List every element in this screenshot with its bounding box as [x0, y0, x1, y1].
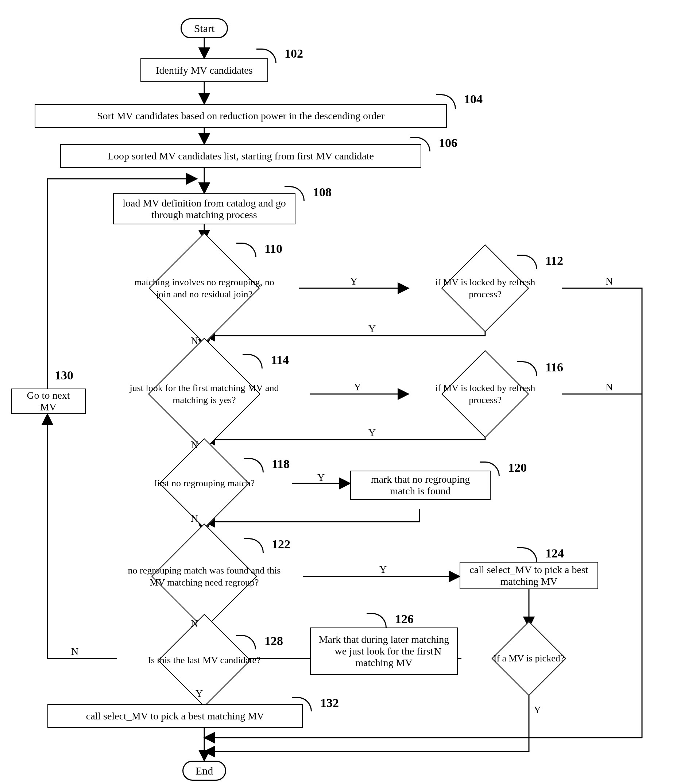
- node-106-label: Loop sorted MV candidates list, starting…: [107, 150, 374, 162]
- node-130: Go to next MV: [11, 389, 86, 414]
- edge-128-y: Y: [196, 688, 203, 699]
- node-124: call select_MV to pick a best matching M…: [460, 562, 598, 589]
- ref-114: 114: [271, 353, 289, 367]
- ref-130: 130: [55, 369, 73, 382]
- node-124-label: call select_MV to pick a best matching M…: [468, 564, 590, 587]
- ref-122: 122: [272, 537, 291, 551]
- edge-112-n: N: [606, 275, 613, 287]
- ref-102: 102: [284, 47, 303, 61]
- ref-curve-126: [367, 613, 387, 627]
- node-120-label: mark that no regrouping match is found: [358, 473, 483, 497]
- ref-curve-104: [436, 94, 456, 109]
- edge-122-n: N: [191, 618, 198, 629]
- node-106: Loop sorted MV candidates list, starting…: [60, 144, 421, 168]
- ref-curve-124: [517, 547, 537, 562]
- ref-128: 128: [264, 634, 283, 648]
- start-terminal: Start: [180, 18, 228, 38]
- node-120: mark that no regrouping match is found: [350, 471, 491, 500]
- ref-108: 108: [313, 185, 331, 199]
- edge-118-y: Y: [317, 472, 325, 484]
- ref-126: 126: [395, 612, 413, 626]
- ref-curve-132: [292, 697, 312, 711]
- node-118-label: first no regrouping match?: [134, 478, 274, 490]
- edge-116-y: Y: [368, 427, 376, 439]
- edge-110-n: N: [191, 335, 198, 347]
- ref-132: 132: [320, 696, 339, 710]
- node-mv-picked-label: If a MV is picked?: [482, 653, 576, 665]
- node-102: Identify MV candidates: [140, 58, 268, 82]
- edge-124b-y: Y: [534, 704, 541, 716]
- node-112-label: if MV is locked by refresh process?: [432, 277, 539, 300]
- start-label: Start: [194, 22, 215, 35]
- node-128-label: Is this the last MV candidate?: [134, 655, 274, 667]
- ref-120: 120: [508, 461, 527, 474]
- end-label: End: [196, 765, 213, 777]
- ref-curve-106: [410, 137, 431, 151]
- edge-114-y: Y: [354, 381, 361, 393]
- flowchart-canvas: Start Identify MV candidates 102 Sort MV…: [0, 0, 673, 784]
- node-108-label: load MV definition from catalog and go t…: [121, 198, 288, 221]
- ref-106: 106: [439, 136, 457, 150]
- edge-110-y: Y: [350, 275, 357, 287]
- ref-110: 110: [264, 242, 282, 256]
- edge-112-y: Y: [368, 323, 376, 334]
- edge-128-n: N: [71, 646, 78, 657]
- edge-118-n: N: [191, 513, 198, 524]
- ref-112: 112: [546, 254, 563, 268]
- ref-116: 116: [546, 361, 563, 374]
- node-132-label: call select_MV to pick a best matching M…: [86, 710, 264, 722]
- node-126-label: Mark that during later matching we just …: [318, 634, 450, 669]
- ref-curve-120: [480, 462, 500, 476]
- node-122-label: no regrouping match was found and this M…: [126, 565, 283, 588]
- node-116: if MV is locked by refresh process?: [409, 361, 562, 427]
- ref-124: 124: [546, 546, 564, 560]
- ref-curve-108: [284, 186, 305, 201]
- ref-104: 104: [464, 92, 483, 106]
- node-mv-picked: If a MV is picked?: [462, 627, 597, 689]
- edge-124b-n: N: [434, 646, 441, 657]
- node-110-label: matching involves no regrouping, no join…: [128, 277, 280, 300]
- node-104: Sort MV candidates based on reduction po…: [35, 104, 447, 128]
- ref-118: 118: [272, 457, 290, 471]
- edge-114-n: N: [191, 439, 198, 451]
- node-130-label: Go to next MV: [19, 390, 78, 413]
- node-104-label: Sort MV candidates based on reduction po…: [97, 110, 384, 122]
- node-132: call select_MV to pick a best matching M…: [47, 704, 303, 728]
- node-118: first no regrouping match?: [117, 456, 292, 511]
- node-102-label: Identify MV candidates: [156, 65, 252, 76]
- edge-122-y: Y: [379, 564, 387, 575]
- node-112: if MV is locked by refresh process?: [409, 255, 562, 321]
- ref-curve-102: [256, 48, 277, 63]
- edge-116-n: N: [606, 381, 613, 393]
- end-terminal: End: [182, 761, 226, 781]
- node-114-label: just look for the first matching MV and …: [120, 382, 289, 406]
- node-116-label: if MV is locked by refresh process?: [432, 382, 539, 406]
- node-108: load MV definition from catalog and go t…: [113, 193, 295, 224]
